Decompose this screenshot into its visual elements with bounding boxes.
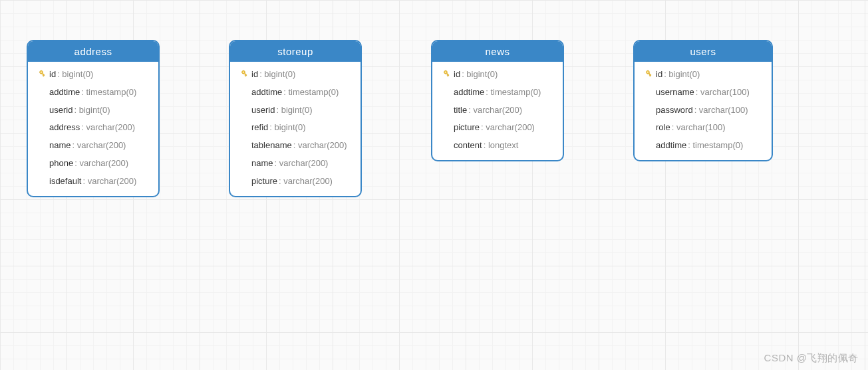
field-row[interactable]: id: bigint(0) (641, 66, 765, 84)
field-type: : bigint(0) (276, 104, 312, 118)
table-address[interactable]: address id: bigint(0)addtime: timestamp(… (27, 40, 160, 197)
field-type: : timestamp(0) (283, 86, 339, 100)
field-type: : varchar(200) (481, 121, 535, 135)
field-row[interactable]: username: varchar(100) (641, 84, 765, 102)
field-row[interactable]: addtime: timestamp(0) (237, 84, 354, 102)
field-name: userid (49, 104, 72, 118)
field-name: addtime (454, 86, 484, 100)
field-row[interactable]: picture: varchar(200) (237, 173, 354, 191)
field-type: : bigint(0) (259, 68, 295, 82)
field-type: : bigint(0) (74, 104, 110, 118)
field-type: : bigint(0) (664, 68, 700, 82)
field-row[interactable]: userid: bigint(0) (35, 102, 152, 120)
field-type: : varchar(200) (293, 139, 347, 153)
field-type: : varchar(100) (696, 86, 750, 100)
field-row[interactable]: role: varchar(100) (641, 119, 765, 137)
field-row[interactable]: userid: bigint(0) (237, 102, 354, 120)
table-body: id: bigint(0)addtime: timestamp(0)title:… (432, 62, 563, 160)
table-body: id: bigint(0)username: varchar(100)passw… (635, 62, 772, 160)
field-row[interactable]: id: bigint(0) (35, 66, 152, 84)
field-name: name (49, 139, 71, 153)
field-name: isdefault (49, 175, 81, 189)
field-name: picture (251, 175, 277, 189)
primary-key-icon (440, 69, 451, 80)
field-name: password (656, 104, 693, 118)
field-row[interactable]: picture: varchar(200) (439, 119, 556, 137)
field-row[interactable]: addtime: timestamp(0) (35, 84, 152, 102)
field-type: : bigint(0) (462, 68, 498, 82)
field-row[interactable]: addtime: timestamp(0) (439, 84, 556, 102)
field-type: : varchar(200) (72, 139, 126, 153)
table-body: id: bigint(0)addtime: timestamp(0)userid… (28, 62, 158, 196)
primary-key-icon (36, 69, 47, 80)
field-name: addtime (49, 86, 80, 100)
field-name: id (49, 68, 56, 82)
field-type: : longtext (484, 139, 519, 153)
field-row[interactable]: phone: varchar(200) (35, 155, 152, 173)
field-type: : varchar(200) (468, 104, 522, 118)
field-name: username (656, 86, 694, 100)
field-type: : timestamp(0) (688, 139, 743, 153)
table-news[interactable]: news id: bigint(0)addtime: timestamp(0)t… (431, 40, 564, 161)
field-row[interactable]: name: varchar(200) (237, 155, 354, 173)
table-header: address (28, 41, 158, 62)
table-body: id: bigint(0)addtime: timestamp(0)userid… (230, 62, 361, 196)
field-row[interactable]: refid: bigint(0) (237, 119, 354, 137)
watermark: CSDN @飞翔的佩奇 (764, 352, 859, 365)
field-row[interactable]: id: bigint(0) (439, 66, 556, 84)
field-name: phone (49, 157, 73, 171)
field-name: userid (251, 104, 275, 118)
field-name: id (251, 68, 258, 82)
field-row[interactable]: address: varchar(200) (35, 119, 152, 137)
field-name: refid (251, 121, 268, 135)
field-row[interactable]: name: varchar(200) (35, 137, 152, 155)
field-row[interactable]: title: varchar(200) (439, 102, 556, 120)
field-row[interactable]: tablename: varchar(200) (237, 137, 354, 155)
field-name: tablename (251, 139, 292, 153)
field-type: : varchar(100) (694, 104, 748, 118)
field-name: role (656, 121, 670, 135)
primary-key-icon (643, 69, 653, 80)
table-storeup[interactable]: storeup id: bigint(0)addtime: timestamp(… (229, 40, 362, 197)
field-name: id (454, 68, 460, 82)
field-name: address (49, 121, 80, 135)
field-type: : timestamp(0) (81, 86, 136, 100)
field-name: content (454, 139, 482, 153)
field-row[interactable]: content: longtext (439, 137, 556, 155)
field-type: : varchar(200) (74, 157, 128, 171)
field-name: addtime (656, 139, 686, 153)
field-type: : varchar(200) (279, 175, 333, 189)
field-name: title (454, 104, 467, 118)
table-header: news (432, 41, 563, 62)
table-header: storeup (230, 41, 361, 62)
field-type: : bigint(0) (269, 121, 305, 135)
table-header: users (635, 41, 772, 62)
field-type: : bigint(0) (57, 68, 93, 82)
table-users[interactable]: users id: bigint(0)username: varchar(100… (633, 40, 773, 161)
field-name: name (251, 157, 273, 171)
field-type: : varchar(100) (672, 121, 726, 135)
field-row[interactable]: isdefault: varchar(200) (35, 173, 152, 191)
field-name: addtime (251, 86, 282, 100)
field-type: : varchar(200) (275, 157, 329, 171)
field-row[interactable]: addtime: timestamp(0) (641, 137, 765, 155)
field-type: : varchar(200) (81, 121, 135, 135)
field-type: : varchar(200) (82, 175, 136, 189)
field-name: id (656, 68, 662, 82)
primary-key-icon (238, 69, 249, 80)
field-type: : timestamp(0) (486, 86, 541, 100)
field-row[interactable]: password: varchar(100) (641, 102, 765, 120)
field-name: picture (454, 121, 480, 135)
field-row[interactable]: id: bigint(0) (237, 66, 354, 84)
